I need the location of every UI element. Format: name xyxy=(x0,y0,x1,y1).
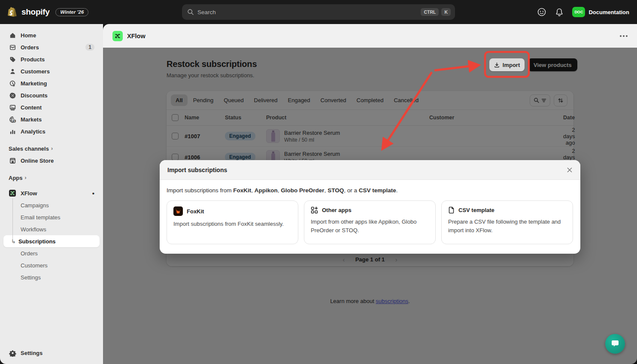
marketing-icon xyxy=(9,79,16,87)
sidebar-item-label: Customers xyxy=(21,68,50,75)
chat-launcher-button[interactable] xyxy=(605,334,625,354)
sidebar-subitem-settings[interactable]: Settings xyxy=(3,271,100,283)
subitem-label: Orders xyxy=(21,250,38,257)
import-option-csv-template[interactable]: CSV template Prepare a CSV file followin… xyxy=(441,200,573,244)
store-account-menu[interactable]: DOC Documentation xyxy=(572,7,629,17)
search-input[interactable]: Search CTRL K xyxy=(182,4,455,20)
analytics-icon xyxy=(9,127,16,135)
sidebar-item-home[interactable]: Home xyxy=(3,29,100,41)
subitem-label: Campaigns xyxy=(21,202,49,209)
sidebar-subitem-subscriptions[interactable]: ↳ Subscriptions xyxy=(3,235,100,247)
chat-bubble-icon xyxy=(610,340,620,348)
sidebar-nav: Home Orders 1 Products Customers Marketi… xyxy=(0,24,103,364)
sidebar-item-xflow-app[interactable]: XFlow • xyxy=(3,187,100,199)
modal-description: Import subscriptions from FoxKit, Appiko… xyxy=(167,187,573,194)
import-option-foxkit[interactable]: FoxKit Import subscriptions from FoxKit … xyxy=(167,200,298,244)
sidebar-item-label: Discounts xyxy=(21,92,48,99)
home-icon xyxy=(9,31,16,39)
import-subscriptions-modal: Import subscriptions Import subscription… xyxy=(160,160,580,254)
sidebar-item-marketing[interactable]: Marketing xyxy=(3,77,100,89)
xflow-app-icon xyxy=(112,31,123,41)
sidebar-item-settings[interactable]: Settings xyxy=(3,347,100,359)
k-keycap: K xyxy=(441,8,451,16)
subitem-label: Email templates xyxy=(21,214,60,221)
top-bar: shopify Winter ’26 Search CTRL K DOC Doc… xyxy=(0,0,637,24)
content-icon xyxy=(9,103,16,111)
section-label: Sales channels xyxy=(9,146,49,152)
shopify-bag-icon xyxy=(8,6,18,18)
sidebar-item-label: Products xyxy=(21,56,45,63)
chevron-right-icon: › xyxy=(25,175,27,181)
return-arrow-icon: ↳ xyxy=(11,238,16,245)
subitem-label: Workflows xyxy=(21,226,46,233)
ctrl-keycap: CTRL xyxy=(421,8,439,16)
close-icon[interactable] xyxy=(567,167,573,173)
sidebar-item-label: Settings xyxy=(21,350,42,356)
sidebar-item-orders[interactable]: Orders 1 xyxy=(3,41,100,53)
sidebar-section-sales-channels[interactable]: Sales channels› xyxy=(0,143,103,155)
modal-title: Import subscriptions xyxy=(167,167,227,173)
customers-icon xyxy=(9,67,16,75)
store-icon xyxy=(9,157,16,164)
discount-icon xyxy=(9,91,16,99)
sidebar-item-analytics[interactable]: Analytics xyxy=(3,125,100,137)
sidebar-item-online-store[interactable]: Online Store xyxy=(3,155,100,167)
sidebar-item-markets[interactable]: $ Markets xyxy=(3,113,100,125)
app-more-menu[interactable] xyxy=(620,35,628,37)
sidebar-item-customers[interactable]: Customers xyxy=(3,65,100,77)
app-header-title: XFlow xyxy=(127,33,146,39)
inbox-icon[interactable] xyxy=(537,7,546,17)
sidebar-item-products[interactable]: Products xyxy=(3,53,100,65)
app-header-bar: XFlow xyxy=(103,24,637,48)
svg-text:$: $ xyxy=(14,120,15,122)
sidebar-item-label: Orders xyxy=(21,44,39,51)
import-button-label: Import xyxy=(503,62,520,68)
option-description: Import subscriptions from FoxKit seamles… xyxy=(173,220,291,228)
search-placeholder: Search xyxy=(197,9,216,15)
gear-icon xyxy=(9,349,16,357)
sidebar-subitem-email-templates[interactable]: Email templates xyxy=(3,211,100,223)
store-name: Documentation xyxy=(588,9,629,15)
edition-badge[interactable]: Winter ’26 xyxy=(55,8,88,16)
sidebar-item-discounts[interactable]: Discounts xyxy=(3,89,100,101)
shopify-logo[interactable]: shopify Winter ’26 xyxy=(0,6,88,18)
option-title: CSV template xyxy=(458,207,494,213)
sidebar-item-label: Online Store xyxy=(21,158,54,164)
markets-icon: $ xyxy=(9,115,16,123)
store-avatar: DOC xyxy=(572,7,585,17)
subitem-label: Settings xyxy=(21,274,41,281)
app-active-dot: • xyxy=(92,190,94,197)
subitem-label: Subscriptions xyxy=(18,238,56,245)
option-description: Prepare a CSV file following the templat… xyxy=(448,218,566,235)
import-button[interactable]: Import xyxy=(489,58,525,71)
app-window: shopify Winter ’26 Search CTRL K DOC Doc… xyxy=(0,0,637,364)
search-shortcut: CTRL K xyxy=(421,8,451,16)
notifications-bell-icon[interactable] xyxy=(555,8,564,17)
sidebar-item-content[interactable]: Content xyxy=(3,101,100,113)
search-icon xyxy=(187,9,194,15)
section-label: Apps xyxy=(9,175,23,181)
tag-icon xyxy=(9,55,16,63)
sidebar-item-label: XFlow xyxy=(21,190,37,197)
sidebar-subitem-customers[interactable]: Customers xyxy=(3,259,100,271)
apps-grid-icon xyxy=(311,206,318,214)
chevron-right-icon: › xyxy=(51,146,53,152)
orders-icon xyxy=(9,43,16,51)
modal-header: Import subscriptions xyxy=(160,160,580,180)
sidebar-subitem-orders[interactable]: Orders xyxy=(3,247,100,259)
sidebar-section-apps[interactable]: Apps› xyxy=(0,172,103,184)
option-title: Other apps xyxy=(322,207,352,213)
sidebar-item-label: Analytics xyxy=(21,128,46,135)
nav-connector-line xyxy=(12,198,13,240)
download-icon xyxy=(494,62,500,68)
option-description: Import from other apps like Appikon, Glo… xyxy=(311,218,429,235)
sidebar-subitem-workflows[interactable]: Workflows xyxy=(3,223,100,235)
sidebar-item-label: Markets xyxy=(21,116,42,123)
logo-wordmark: shopify xyxy=(21,7,49,17)
sidebar-subitem-campaigns[interactable]: Campaigns xyxy=(3,199,100,211)
import-option-other-apps[interactable]: Other apps Import from other apps like A… xyxy=(304,200,436,244)
xflow-app-icon xyxy=(9,189,16,197)
sidebar-item-label: Marketing xyxy=(21,80,47,87)
orders-count-badge: 1 xyxy=(85,44,94,51)
foxkit-app-icon xyxy=(173,206,183,216)
